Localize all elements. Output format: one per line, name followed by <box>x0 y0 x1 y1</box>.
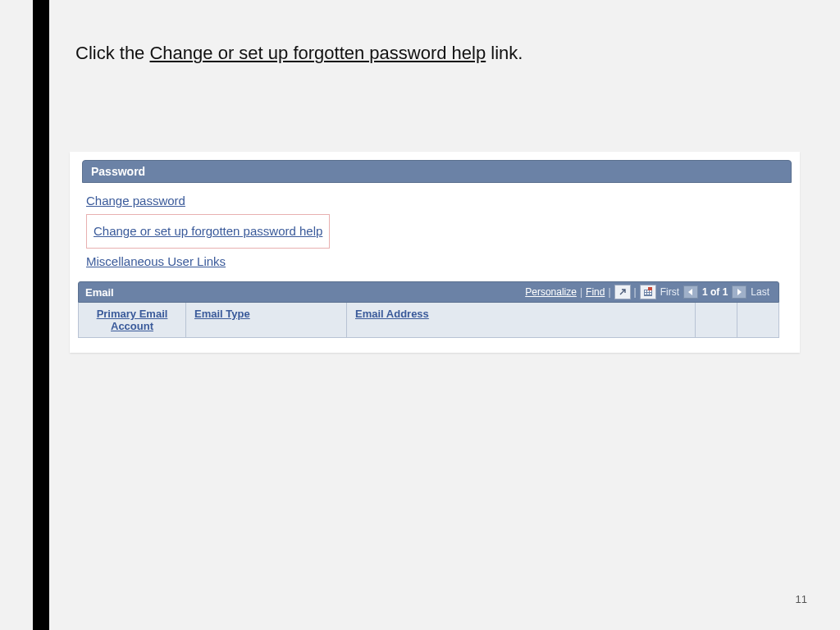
forgotten-password-help-link[interactable]: Change or set up forgotten password help <box>94 221 322 241</box>
password-section-title: Password <box>91 165 145 178</box>
download-icon[interactable] <box>640 285 656 299</box>
misc-user-links-link[interactable]: Miscellaneous User Links <box>86 252 226 272</box>
instruction-prefix: Click the <box>75 43 149 63</box>
email-section: Email Personalize | Find | | First <box>78 281 779 338</box>
col-header-action1 <box>696 303 737 337</box>
page-number: 11 <box>796 593 807 605</box>
col-header-type-link[interactable]: Email Type <box>194 308 250 320</box>
highlight-box: Change or set up forgotten password help <box>86 214 330 249</box>
svg-rect-6 <box>650 293 651 294</box>
prev-nav-icon[interactable] <box>683 285 698 299</box>
col-header-action2 <box>737 303 778 337</box>
password-links-list: Change password Change or set up forgott… <box>70 183 800 281</box>
svg-rect-1 <box>645 290 646 292</box>
col-header-type: Email Type <box>186 303 347 337</box>
instruction-text: Click the Change or set up forgotten pas… <box>75 43 523 64</box>
email-section-title: Email <box>85 286 114 299</box>
svg-rect-2 <box>647 290 649 292</box>
password-section-header: Password <box>82 160 792 183</box>
separator: | <box>608 286 610 298</box>
email-section-header: Email Personalize | Find | | First <box>78 281 779 303</box>
email-column-headers: Primary Email Account Email Type Email A… <box>78 303 779 338</box>
instruction-link-text: Change or set up forgotten password help <box>149 43 486 63</box>
svg-rect-7 <box>648 287 652 290</box>
first-nav-label[interactable]: First <box>660 286 679 298</box>
separator: | <box>580 286 582 298</box>
col-header-address: Email Address <box>347 303 696 337</box>
slide-left-bar <box>33 0 49 630</box>
instruction-suffix: link. <box>486 43 523 63</box>
find-link[interactable]: Find <box>586 286 605 298</box>
change-password-link[interactable]: Change password <box>86 191 185 211</box>
svg-rect-3 <box>650 290 651 292</box>
separator: | <box>634 286 637 298</box>
nav-counter: 1 of 1 <box>702 286 728 298</box>
personalize-link[interactable]: Personalize <box>525 286 577 298</box>
next-nav-icon[interactable] <box>732 285 746 299</box>
col-header-primary: Primary Email Account <box>79 303 186 337</box>
col-header-primary-link[interactable]: Primary Email Account <box>97 308 168 332</box>
svg-rect-4 <box>645 293 646 294</box>
screenshot-panel: Password Change password Change or set u… <box>70 152 800 353</box>
zoom-popup-icon[interactable] <box>614 285 631 299</box>
svg-rect-5 <box>647 293 649 294</box>
last-nav-label[interactable]: Last <box>751 286 769 298</box>
col-header-address-link[interactable]: Email Address <box>355 308 429 320</box>
